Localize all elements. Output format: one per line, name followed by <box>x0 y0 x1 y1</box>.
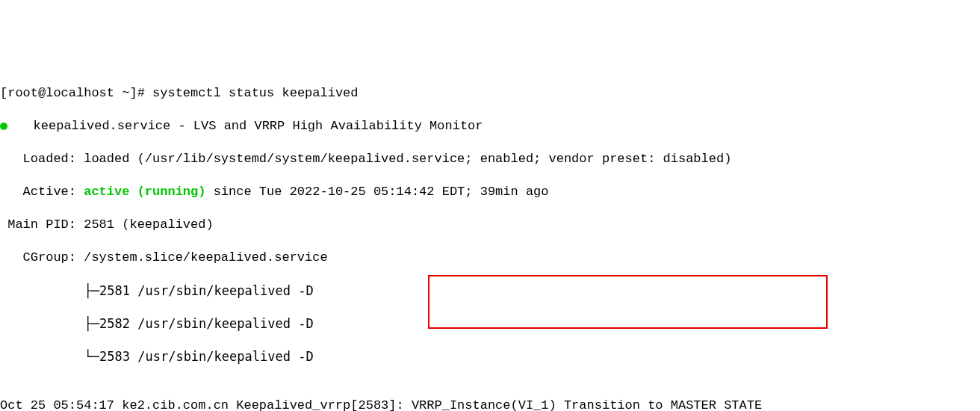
service-header: keepalived.service - LVS and VRRP High A… <box>0 118 980 135</box>
terminal-output: [root@localhost ~]# systemctl status kee… <box>0 69 980 411</box>
active-label: Active: <box>0 185 84 199</box>
active-since: since Tue 2022-10-25 05:14:42 EDT; 39min… <box>205 185 548 199</box>
service-name: keepalived.service - <box>10 119 193 133</box>
process-3: └─2583 /usr/sbin/keepalived -D <box>0 348 980 365</box>
shell-prompt: [root@localhost ~]# <box>0 86 152 100</box>
status-dot-icon <box>0 123 7 130</box>
main-pid-line: Main PID: 2581 (keepalived) <box>0 217 980 233</box>
process-2: ├─2582 /usr/sbin/keepalived -D <box>0 315 980 332</box>
active-line: Active: active (running) since Tue 2022-… <box>0 184 980 200</box>
log-line-1: Oct 25 05:54:17 ke2.cib.com.cn Keepalive… <box>0 398 980 411</box>
active-state: active (running) <box>84 185 205 199</box>
process-1: ├─2581 /usr/sbin/keepalived -D <box>0 282 980 299</box>
service-description: LVS and VRRP High Availability Monitor <box>193 119 483 133</box>
typed-command[interactable]: systemctl status keepalived <box>152 86 358 100</box>
cgroup-line: CGroup: /system.slice/keepalived.service <box>0 250 980 266</box>
loaded-line: Loaded: loaded (/usr/lib/systemd/system/… <box>0 151 980 167</box>
command-line: [root@localhost ~]# systemctl status kee… <box>0 85 980 102</box>
